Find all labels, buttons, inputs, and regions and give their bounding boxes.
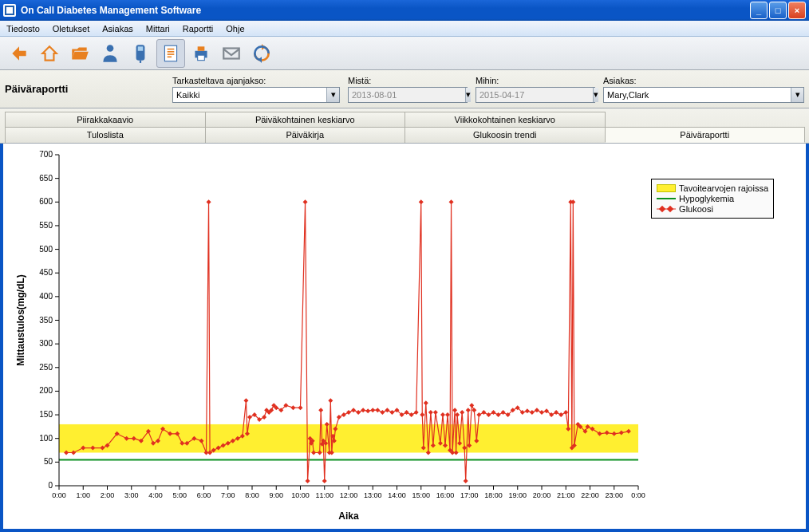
svg-text:550: 550 [39,221,53,230]
svg-text:5:00: 5:00 [172,491,187,499]
menu-oletukset[interactable]: Oletukset [46,22,96,35]
home-button[interactable] [35,39,64,68]
menu-tiedosto[interactable]: Tiedosto [0,22,46,35]
maximize-button[interactable]: □ [769,2,787,19]
legend-target: Tavoitearvojen rajoissa [679,183,768,193]
report-button[interactable] [156,39,185,68]
menubar: Tiedosto Oletukset Asiakas Mittari Rapor… [0,21,809,37]
svg-text:4:00: 4:00 [148,491,163,499]
from-label: Mistä: [348,76,468,85]
svg-text:50: 50 [44,457,53,466]
svg-rect-14 [223,48,239,58]
svg-rect-5 [140,60,141,62]
svg-text:0:00: 0:00 [631,491,645,499]
svg-text:16:00: 16:00 [436,491,455,499]
legend-hypo: Hypoglykemia [679,194,734,203]
svg-text:Mittaustulos(mg/dL): Mittaustulos(mg/dL) [15,274,26,366]
svg-text:2:00: 2:00 [101,491,115,499]
meter-button[interactable] [126,39,155,68]
range-combo[interactable]: ▾ [172,87,340,103]
svg-text:Aika: Aika [338,510,359,522]
menu-asiakas[interactable]: Asiakas [96,22,140,35]
window-title: On Call Diabetes Management Software [21,5,750,16]
svg-text:6:00: 6:00 [197,491,211,499]
tab-trend[interactable]: Glukoosin trendi [404,127,606,143]
svg-text:15:00: 15:00 [412,491,430,499]
legend-swatch-glucose [657,205,676,213]
client-combo[interactable]: ▾ [603,87,804,103]
svg-text:23:00: 23:00 [605,491,623,499]
titlebar: On Call Diabetes Management Software _ □… [0,0,809,21]
legend-swatch-hypo [657,198,676,199]
svg-text:13:00: 13:00 [364,491,382,499]
open-button[interactable] [65,39,94,68]
svg-rect-4 [138,46,144,50]
page-title: Päiväraportti [5,83,164,95]
svg-text:0:00: 0:00 [52,491,66,499]
svg-rect-13 [198,55,205,61]
svg-text:7:00: 7:00 [221,491,235,499]
minimize-button[interactable]: _ [750,2,768,19]
svg-text:400: 400 [39,292,53,301]
sync-button[interactable] [247,39,276,68]
svg-rect-12 [198,46,205,50]
svg-text:500: 500 [39,245,53,254]
chevron-down-icon[interactable]: ▾ [791,88,803,102]
tab-piechart[interactable]: Piirakkakaavio [5,112,206,127]
svg-text:14:00: 14:00 [388,491,406,499]
menu-raportti[interactable]: Raportti [176,22,220,35]
tabs-region: Piirakkakaavio Päiväkohtainen keskiarvo … [0,108,809,144]
svg-rect-102 [659,206,665,212]
svg-rect-103 [667,206,673,212]
svg-rect-6 [164,45,176,61]
svg-text:3:00: 3:00 [124,491,139,499]
svg-point-2 [107,45,114,52]
svg-text:350: 350 [39,316,53,325]
svg-text:600: 600 [39,197,53,206]
svg-text:700: 700 [39,150,53,159]
svg-text:300: 300 [39,339,53,348]
svg-text:22:00: 22:00 [581,491,599,499]
toolbar [0,37,809,70]
svg-text:200: 200 [39,386,53,395]
svg-text:1:00: 1:00 [76,491,90,499]
chart-area: 0501001502002503003504004505005506006507… [3,144,806,529]
svg-text:19:00: 19:00 [508,491,527,499]
client-label: Asiakas: [603,76,804,85]
tab-dayreport[interactable]: Päiväraportti [605,127,806,143]
chevron-down-icon[interactable]: ▾ [593,88,598,102]
user-button[interactable] [96,39,124,68]
legend: Tavoitearvojen rajoissa Hypoglykemia Glu… [651,179,774,219]
mail-button[interactable] [217,39,246,68]
svg-text:0: 0 [48,481,53,490]
tab-dayavg[interactable]: Päiväkohtainen keskiarvo [205,112,406,127]
close-button[interactable]: × [788,2,806,19]
legend-glucose: Glukoosi [679,204,713,214]
svg-text:12:00: 12:00 [340,491,358,499]
from-input [349,88,465,102]
back-button[interactable] [5,39,34,68]
svg-text:150: 150 [39,410,53,419]
svg-text:450: 450 [39,268,53,277]
menu-ohje[interactable]: Ohje [219,22,251,35]
tab-results[interactable]: Tuloslista [5,127,206,143]
client-input[interactable] [604,88,791,102]
menu-mittari[interactable]: Mittari [140,22,176,35]
range-label: Tarkasteltava ajanjakso: [172,76,340,85]
svg-text:17:00: 17:00 [460,491,479,499]
tab-diary[interactable]: Päiväkirja [205,127,406,143]
svg-text:9:00: 9:00 [269,491,283,499]
svg-text:11:00: 11:00 [315,491,333,499]
from-combo[interactable]: ▾ [348,87,468,103]
chevron-down-icon[interactable]: ▾ [326,88,339,102]
range-input[interactable] [173,88,326,102]
print-button[interactable] [187,39,215,68]
chevron-down-icon[interactable]: ▾ [465,88,471,102]
legend-swatch-target [657,184,676,192]
svg-text:20:00: 20:00 [533,491,551,499]
svg-text:21:00: 21:00 [557,491,575,499]
svg-rect-1 [6,7,13,14]
to-combo[interactable]: ▾ [476,87,595,103]
tab-weekavg[interactable]: Viikkokohtainen keskiarvo [404,112,606,127]
svg-text:250: 250 [39,363,53,372]
